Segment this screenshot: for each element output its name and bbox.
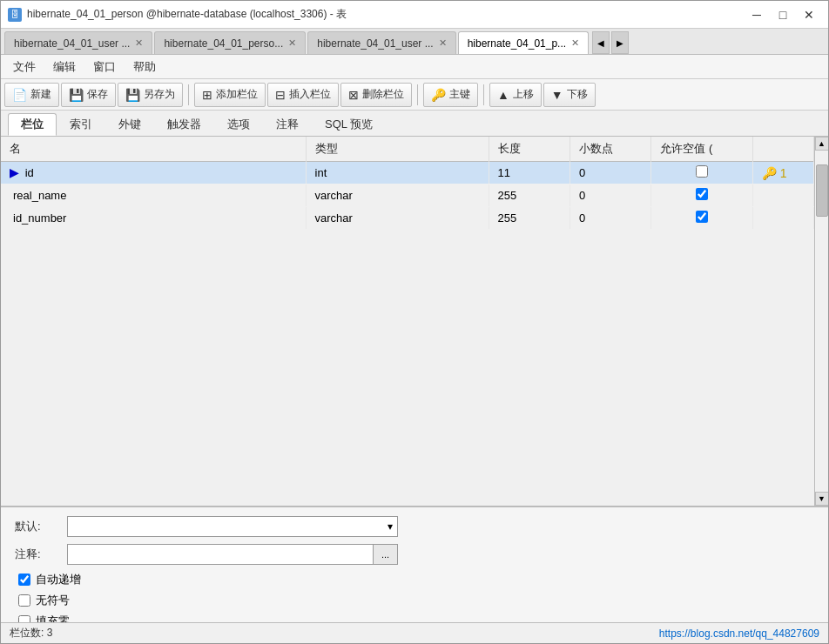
movedown-icon: ▼ — [551, 88, 563, 102]
movedown-button[interactable]: ▼ 下移 — [543, 83, 596, 107]
table-row[interactable]: ▶ id int 11 0 🔑 1 — [1, 162, 814, 184]
row-length-cell: 255 — [489, 207, 570, 230]
header-decimal: 小数点 — [570, 137, 650, 162]
field-count: 栏位数: 3 — [10, 626, 52, 641]
row-key-cell: 🔑 1 — [752, 162, 813, 184]
autoincr-label: 自动递增 — [36, 572, 81, 587]
tab-3-label: hibernate_04_01_user ... — [317, 37, 433, 50]
title-bar: 🗄 hibernate_04_01_person @hibernate-data… — [1, 1, 828, 29]
comment-label: 注释: — [15, 547, 67, 562]
tab-4[interactable]: hibernate_04_01_p... ✕ — [458, 31, 589, 54]
nullable-checkbox[interactable] — [696, 211, 708, 223]
scrollbar-thumb[interactable] — [816, 164, 828, 217]
primarykey-button[interactable]: 🔑 主键 — [423, 83, 478, 107]
status-bar: 栏位数: 3 https://blog.csdn.net/qq_44827609 — [1, 622, 828, 643]
maximize-button[interactable]: □ — [771, 4, 795, 25]
field-name: real_name — [13, 189, 66, 202]
addfield-icon: ⊞ — [202, 88, 212, 102]
tab-comment[interactable]: 注释 — [263, 113, 312, 136]
unsigned-label: 无符号 — [36, 593, 70, 608]
toolbar-sep-2 — [417, 84, 418, 105]
scroll-down-button[interactable]: ▼ — [815, 492, 829, 506]
save-button[interactable]: 💾 保存 — [61, 83, 116, 107]
row-type-cell: varchar — [306, 184, 489, 207]
unsigned-checkbox[interactable] — [18, 594, 30, 607]
tab-1-close[interactable]: ✕ — [135, 37, 143, 49]
field-name: id_number — [13, 211, 66, 225]
tab-4-label: hibernate_04_01_p... — [468, 37, 566, 50]
close-button[interactable]: ✕ — [797, 4, 821, 25]
header-type: 类型 — [306, 137, 489, 162]
comment-input-group: ... — [67, 544, 398, 565]
tab-nav-prev[interactable]: ◀ — [592, 31, 610, 54]
row-key-cell — [752, 184, 813, 207]
table-row[interactable]: id_number varchar 255 0 — [1, 207, 814, 230]
header-name: 名 — [1, 137, 306, 162]
toolbar-sep-1 — [188, 84, 189, 105]
comment-row: 注释: ... — [15, 544, 814, 565]
header-extra — [752, 137, 813, 162]
table-area: 名 类型 长度 小数点 允许空值 ( ▶ id int 11 0 — [1, 137, 828, 506]
tab-sql-preview[interactable]: SQL 预览 — [312, 113, 386, 136]
window-title: hibernate_04_01_person @hibernate-databa… — [27, 7, 347, 22]
new-button[interactable]: 📄 新建 — [4, 83, 59, 107]
row-decimal-cell: 0 — [570, 184, 650, 207]
tab-indexes[interactable]: 索引 — [57, 113, 105, 136]
app-icon: 🗄 — [8, 8, 22, 22]
default-select[interactable] — [67, 516, 398, 537]
minimize-button[interactable]: ─ — [745, 4, 769, 25]
row-key-cell — [752, 207, 813, 230]
tab-2-label: hibernate_04_01_perso... — [164, 37, 283, 50]
deletefield-button[interactable]: ⊠ 删除栏位 — [340, 83, 412, 107]
tab-foreignkeys[interactable]: 外键 — [105, 113, 154, 136]
default-label: 默认: — [15, 519, 67, 534]
key-icon: 🔑 — [431, 88, 446, 102]
autoincr-checkbox[interactable] — [18, 574, 30, 586]
tab-triggers[interactable]: 触发器 — [154, 113, 214, 136]
tab-4-close[interactable]: ✕ — [571, 37, 579, 49]
menu-edit[interactable]: 编辑 — [44, 56, 84, 78]
browse-button[interactable]: ... — [374, 544, 398, 565]
addfield-button[interactable]: ⊞ 添加栏位 — [194, 83, 266, 107]
row-nullable-cell — [651, 184, 753, 207]
menu-file[interactable]: 文件 — [4, 56, 44, 78]
tab-1-label: hibernate_04_01_user ... — [14, 37, 130, 50]
tab-2[interactable]: hibernate_04_01_perso... ✕ — [154, 31, 306, 54]
moveup-button[interactable]: ▲ 上移 — [489, 83, 542, 107]
row-type-cell: int — [306, 162, 489, 184]
toolbar-sep-3 — [483, 84, 484, 105]
row-nullable-cell — [651, 162, 753, 184]
row-type-cell: varchar — [306, 207, 489, 230]
content-tabs: 栏位 索引 外键 触发器 选项 注释 SQL 预览 — [1, 111, 828, 137]
url-display: https://blog.csdn.net/qq_44827609 — [659, 627, 819, 640]
tab-2-close[interactable]: ✕ — [288, 37, 296, 49]
insertfield-icon: ⊟ — [275, 88, 286, 102]
fields-table: 名 类型 长度 小数点 允许空值 ( ▶ id int 11 0 — [1, 137, 814, 230]
tab-options[interactable]: 选项 — [214, 113, 263, 136]
comment-input[interactable] — [67, 544, 374, 565]
tab-1[interactable]: hibernate_04_01_user ... ✕ — [4, 31, 152, 54]
unsigned-row: 无符号 — [15, 593, 814, 608]
insertfield-button[interactable]: ⊟ 插入栏位 — [267, 83, 339, 107]
menu-window[interactable]: 窗口 — [84, 56, 125, 78]
nullable-checkbox[interactable] — [696, 165, 708, 178]
nullable-checkbox[interactable] — [696, 188, 708, 200]
default-select-wrapper — [67, 516, 398, 537]
tab-nav-next[interactable]: ▶ — [611, 31, 629, 54]
tab-fields[interactable]: 栏位 — [8, 113, 57, 136]
row-length-cell: 255 — [489, 184, 570, 207]
tab-3-close[interactable]: ✕ — [439, 37, 447, 49]
saveas-button[interactable]: 💾 另存为 — [118, 83, 183, 107]
new-icon: 📄 — [12, 88, 27, 102]
row-length-cell: 11 — [489, 162, 570, 184]
moveup-icon: ▲ — [497, 88, 509, 102]
row-nullable-cell — [651, 207, 753, 230]
scroll-up-button[interactable]: ▲ — [815, 137, 829, 151]
table-row[interactable]: real_name varchar 255 0 — [1, 184, 814, 207]
row-decimal-cell: 0 — [570, 207, 650, 230]
menu-help[interactable]: 帮助 — [125, 56, 165, 78]
save-icon: 💾 — [69, 88, 84, 102]
tab-3[interactable]: hibernate_04_01_user ... ✕ — [307, 31, 455, 54]
vertical-scrollbar[interactable]: ▲ ▼ — [814, 137, 828, 506]
default-row: 默认: — [15, 516, 814, 537]
